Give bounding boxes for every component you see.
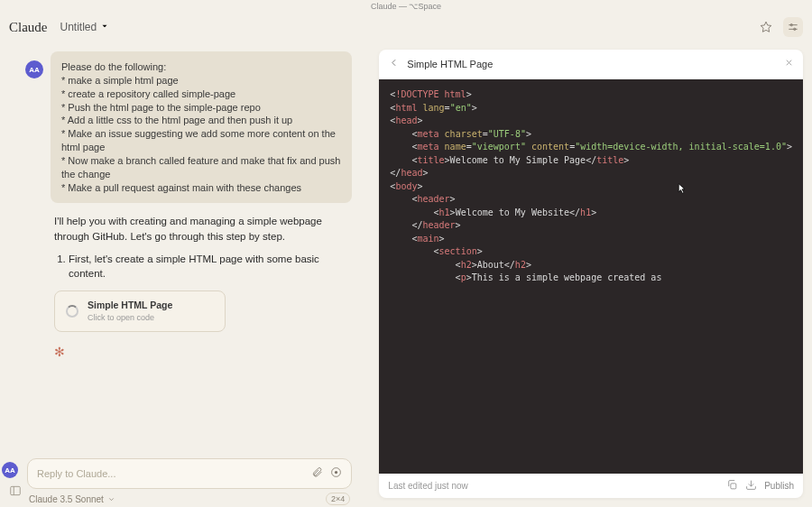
topbar: Claude Untitled	[0, 14, 812, 41]
app-logo: Claude	[9, 20, 48, 35]
conversation-pane: AA Please do the following: * make a sim…	[0, 41, 379, 507]
document-title-label: Untitled	[60, 21, 97, 33]
chevron-down-icon	[100, 21, 109, 33]
user-message-step: * create a repository called simple-page	[61, 88, 341, 101]
artifact-title: Simple HTML Page	[88, 299, 172, 312]
user-message-intro: Please do the following:	[61, 60, 341, 74]
publish-button[interactable]: Publish	[764, 481, 794, 491]
artifact-card[interactable]: Simple HTML Page Click to open code	[54, 290, 226, 332]
panel-title: Simple HTML Page	[407, 59, 777, 69]
assistant-text: I'll help you with creating and managing…	[54, 214, 352, 244]
footer-status: Last edited just now	[388, 481, 467, 491]
user-message: AA Please do the following: * make a sim…	[51, 51, 352, 203]
user-avatar: AA	[2, 462, 18, 478]
assistant-step: First, let's create a simple HTML page w…	[69, 252, 352, 281]
attach-icon[interactable]	[311, 466, 323, 481]
user-avatar: AA	[25, 60, 43, 78]
reply-input[interactable]	[37, 468, 304, 479]
artifact-panel: Simple HTML Page <!DOCTYPE html> <html l…	[379, 50, 803, 498]
record-icon[interactable]	[330, 466, 342, 481]
model-picker[interactable]: Claude 3.5 Sonnet	[29, 494, 115, 504]
svg-marker-0	[761, 22, 771, 32]
sidebar-toggle-button[interactable]	[9, 484, 22, 500]
settings-button[interactable]	[783, 17, 803, 37]
document-title-picker[interactable]: Untitled	[57, 21, 110, 33]
user-message-step: * Make an issue suggesting we add some m…	[61, 127, 341, 154]
user-message-step: * Make a pull request against main with …	[61, 181, 341, 195]
model-label: Claude 3.5 Sonnet	[29, 494, 104, 504]
svg-point-6	[335, 471, 337, 474]
user-message-step: * make a simple html page	[61, 74, 341, 88]
download-button[interactable]	[745, 479, 757, 493]
keyboard-badge: 2×4	[326, 493, 350, 505]
composer[interactable]	[27, 458, 352, 489]
artifact-subtitle: Click to open code	[88, 312, 172, 324]
copy-button[interactable]	[726, 479, 738, 493]
back-button[interactable]	[388, 57, 400, 71]
user-message-step: * Push the html page to the simple-page …	[61, 101, 341, 115]
svg-rect-9	[731, 484, 736, 489]
assistant-message: I'll help you with creating and managing…	[54, 214, 352, 361]
user-message-step: * Now make a branch called feature and m…	[61, 154, 341, 181]
loading-spinner-icon	[66, 305, 78, 318]
mouse-cursor-icon	[678, 183, 687, 197]
svg-rect-11	[11, 486, 21, 494]
code-editor[interactable]: <!DOCTYPE html> <html lang="en"> <head> …	[379, 79, 803, 474]
star-button[interactable]	[756, 17, 776, 37]
window-titlebar: Claude — ⌥Space	[0, 0, 812, 14]
user-message-step: * Add a little css to the html page and …	[61, 114, 341, 127]
generating-icon: ✻	[54, 343, 352, 361]
close-button[interactable]	[784, 58, 794, 70]
